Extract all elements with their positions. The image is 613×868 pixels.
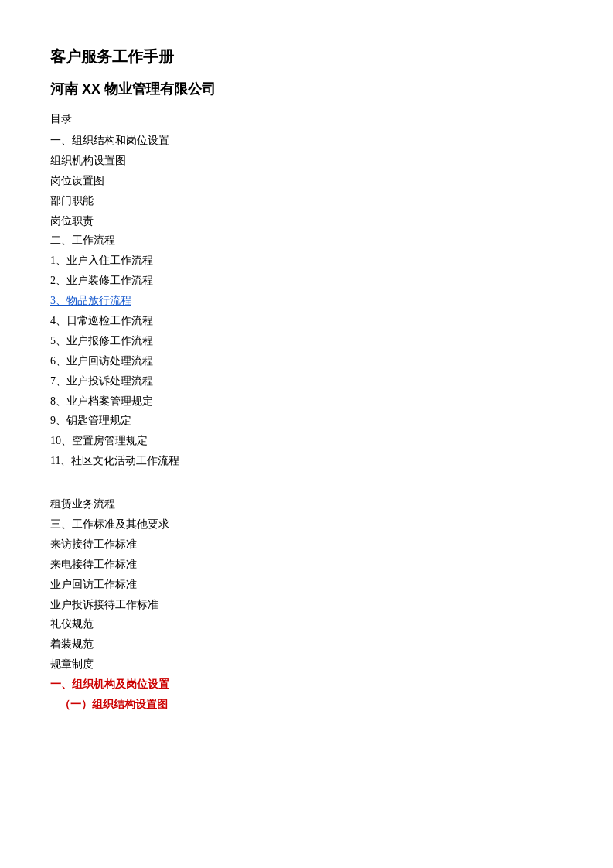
toc-item-10: 4、日常巡检工作流程: [50, 311, 563, 331]
toc-item-17: 11、社区文化活动工作流程: [50, 451, 563, 471]
section2-item-3: 来访接待工作标准: [50, 535, 563, 555]
section2-item-8: 着装规范: [50, 634, 563, 654]
toc-item-14: 8、业户档案管理规定: [50, 391, 563, 412]
section2-item-11: （一）组织结构设置图: [50, 695, 563, 715]
toc-item-13: 7、业户投诉处理流程: [50, 371, 563, 391]
section2-list: 租赁业务流程 三、工作标准及其他要求 来访接待工作标准 来电接待工作标准 业户回…: [50, 494, 563, 715]
page: 客户服务工作手册 河南 XX 物业管理有限公司 目录 一、组织结构和岗位设置 组…: [0, 0, 613, 868]
toc-item-5: 岗位职责: [50, 211, 563, 231]
company-name: 河南 XX 物业管理有限公司: [50, 80, 563, 98]
toc-item-15: 9、钥匙管理规定: [50, 411, 563, 431]
toc-label: 目录: [50, 112, 563, 126]
toc-item-9[interactable]: 3、物品放行流程: [50, 291, 563, 311]
toc-item-3: 岗位设置图: [50, 171, 563, 191]
section2-item-10: 一、组织机构及岗位设置: [50, 675, 563, 695]
section2-item-7: 礼仪规范: [50, 614, 563, 634]
toc-item-2: 组织机构设置图: [50, 151, 563, 171]
toc-item-11: 5、业户报修工作流程: [50, 331, 563, 351]
toc-item-12: 6、业户回访处理流程: [50, 351, 563, 371]
section2-item-5: 业户回访工作标准: [50, 575, 563, 595]
toc-item-4: 部门职能: [50, 191, 563, 211]
toc-list: 一、组织结构和岗位设置 组织机构设置图 岗位设置图 部门职能 岗位职责 二、工作…: [50, 131, 563, 471]
toc-item-1: 一、组织结构和岗位设置: [50, 131, 563, 151]
toc-item-16: 10、空置房管理规定: [50, 431, 563, 451]
section2-item-2: 三、工作标准及其他要求: [50, 514, 563, 535]
section2-item-4: 来电接待工作标准: [50, 555, 563, 575]
section2-item-9: 规章制度: [50, 654, 563, 675]
toc-item-7: 1、业户入住工作流程: [50, 251, 563, 271]
toc-item-6: 二、工作流程: [50, 231, 563, 251]
main-title: 客户服务工作手册: [50, 46, 563, 67]
toc-item-8: 2、业户装修工作流程: [50, 271, 563, 291]
section2-item-6: 业户投诉接待工作标准: [50, 595, 563, 615]
section2-item-1: 租赁业务流程: [50, 494, 563, 514]
